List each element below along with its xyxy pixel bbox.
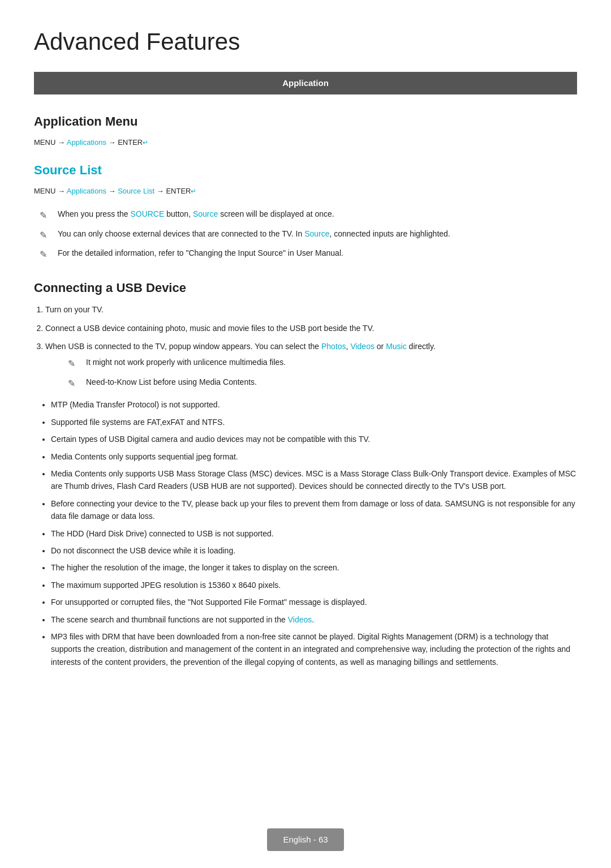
source-menu-applications: Applications xyxy=(67,187,106,195)
bullet-11-text: For unsupported or corrupted files, the … xyxy=(51,598,367,607)
bullet-3-text: Certain types of USB Digital camera and … xyxy=(51,435,370,444)
source-note-1: ✎ When you press the SOURCE button, Sour… xyxy=(34,208,577,223)
step3-note-icon-1: ✎ xyxy=(68,356,84,371)
bullet-2-text: Supported file systems are FAT,exFAT and… xyxy=(51,418,225,427)
page-container: Advanced Features Application Applicatio… xyxy=(0,0,611,719)
usb-bullet-list: MTP (Media Transfer Protocol) is not sup… xyxy=(34,398,577,668)
note-pencil-icon-2: ✎ xyxy=(40,228,55,243)
section-header-label: Application xyxy=(282,78,329,88)
usb-steps-list: Turn on your TV. Connect a USB device co… xyxy=(34,303,577,390)
menu-path-menu-text: MENU → xyxy=(34,138,67,147)
bullet-8-text: Do not disconnect the USB device while i… xyxy=(51,546,235,555)
usb-step-2-text: Connect a USB device containing photo, m… xyxy=(45,324,374,333)
bullet-4-text: Media Contents only supports sequential … xyxy=(51,452,238,461)
source-note-3-text: For the detailed information, refer to "… xyxy=(58,247,343,259)
usb-step-2: Connect a USB device containing photo, m… xyxy=(45,322,577,334)
bullet-7-text: The HDD (Hard Disk Drive) connected to U… xyxy=(51,529,274,538)
page-footer: English - 63 xyxy=(0,828,611,851)
step3-sub-notes: ✎ It might not work properly with unlice… xyxy=(45,356,577,390)
bullet-1-text: MTP (Media Transfer Protocol) is not sup… xyxy=(51,400,220,409)
bullet-10: The maximum supported JPEG resolution is… xyxy=(51,579,577,591)
source-menu-3: → ENTER xyxy=(154,187,191,195)
step3-note-2-text: Need-to-Know List before using Media Con… xyxy=(86,376,257,388)
step3-note-1: ✎ It might not work properly with unlice… xyxy=(62,356,577,371)
bullet-11: For unsupported or corrupted files, the … xyxy=(51,596,577,608)
bullet-9: The higher the resolution of the image, … xyxy=(51,561,577,574)
source-enter-icon: ↵ xyxy=(191,186,196,197)
application-menu-title: Application Menu xyxy=(34,111,577,131)
bullet-2: Supported file systems are FAT,exFAT and… xyxy=(51,416,577,428)
bullet-7: The HDD (Hard Disk Drive) connected to U… xyxy=(51,527,577,540)
bullet-13-text: MP3 files with DRM that have been downlo… xyxy=(51,632,570,667)
bullet-5-text: Media Contents only supports USB Mass St… xyxy=(51,469,576,491)
bullet-6-text: Before connecting your device to the TV,… xyxy=(51,499,575,521)
note-pencil-icon-1: ✎ xyxy=(40,208,55,223)
application-menu-path: MENU → Applications → ENTER↵ xyxy=(34,137,577,149)
source-note-1-text: When you press the SOURCE button, Source… xyxy=(58,208,334,220)
section-header-bar: Application xyxy=(34,72,577,94)
usb-step-3-text: When USB is connected to the TV, popup w… xyxy=(45,342,436,351)
source-note-3: ✎ For the detailed information, refer to… xyxy=(34,247,577,262)
page-title: Advanced Features xyxy=(34,23,577,61)
source-note-2: ✎ You can only choose external devices t… xyxy=(34,227,577,243)
bullet-1: MTP (Media Transfer Protocol) is not sup… xyxy=(51,398,577,411)
usb-step-1: Turn on your TV. xyxy=(45,303,577,316)
usb-title: Connecting a USB Device xyxy=(34,278,577,298)
bullet-4: Media Contents only supports sequential … xyxy=(51,450,577,463)
bullet-12: The scene search and thumbnail functions… xyxy=(51,613,577,626)
bullet-10-text: The maximum supported JPEG resolution is… xyxy=(51,581,281,590)
source-note-2-text: You can only choose external devices tha… xyxy=(58,227,450,240)
menu-path-applications: Applications xyxy=(67,138,106,147)
bullet-9-text: The higher the resolution of the image, … xyxy=(51,563,339,572)
step3-note-1-text: It might not work properly with unlicenc… xyxy=(86,356,286,368)
source-menu-2: → xyxy=(106,187,118,195)
bullet-13: MP3 files with DRM that have been downlo… xyxy=(51,630,577,668)
source-list-title: Source List xyxy=(34,160,577,180)
note-pencil-icon-3: ✎ xyxy=(40,247,55,262)
enter-icon: ↵ xyxy=(143,137,148,148)
step3-note-2: ✎ Need-to-Know List before using Media C… xyxy=(62,376,577,391)
menu-path-enter: → ENTER xyxy=(106,138,143,147)
usb-step-1-text: Turn on your TV. xyxy=(45,305,104,314)
step3-note-icon-2: ✎ xyxy=(68,376,84,391)
usb-step-3: When USB is connected to the TV, popup w… xyxy=(45,340,577,391)
bullet-5: Media Contents only supports USB Mass St… xyxy=(51,467,577,493)
source-list-menu-path: MENU → Applications → Source List → ENTE… xyxy=(34,186,577,197)
bullet-12-text: The scene search and thumbnail functions… xyxy=(51,615,314,624)
footer-badge: English - 63 xyxy=(267,828,343,851)
source-menu-sourcelist: Source List xyxy=(118,187,154,195)
source-menu-1: MENU → xyxy=(34,187,67,195)
bullet-3: Certain types of USB Digital camera and … xyxy=(51,433,577,445)
bullet-6: Before connecting your device to the TV,… xyxy=(51,497,577,523)
bullet-8: Do not disconnect the USB device while i… xyxy=(51,544,577,557)
